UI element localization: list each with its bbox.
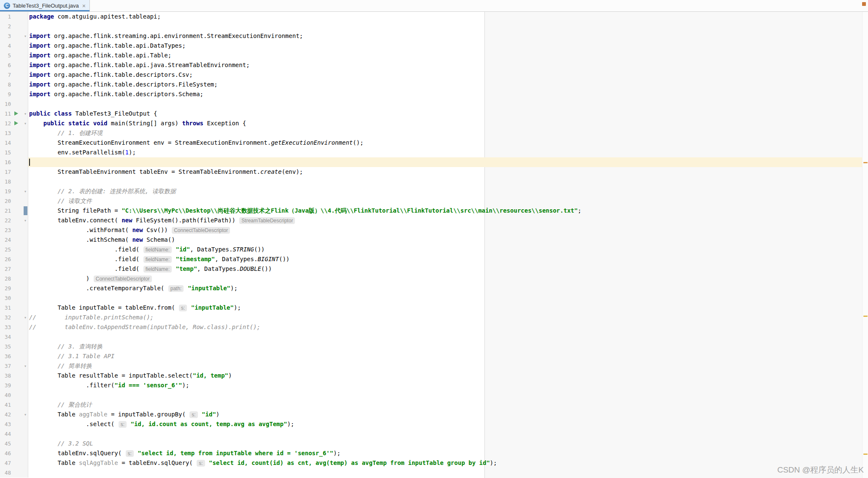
code-text[interactable]: StreamTableEnvironment tableEnv = Stream… (28, 167, 862, 177)
line-number[interactable]: 13 (0, 128, 11, 138)
line-number[interactable]: 46 (0, 448, 11, 458)
code-line[interactable]: 9import org.apache.flink.table.descripto… (0, 89, 862, 99)
line-number[interactable]: 8 (0, 80, 11, 89)
code-line[interactable]: 5import org.apache.flink.table.api.Table… (0, 51, 862, 60)
line-number[interactable]: 47 (0, 458, 11, 468)
gutter[interactable]: 23 (0, 225, 28, 235)
fold-icon[interactable]: ▾ (24, 31, 27, 41)
code-line[interactable]: 38 Table resultTable = inputTable.select… (0, 371, 862, 381)
line-number[interactable]: 10 (0, 99, 11, 109)
code-line[interactable]: 8import org.apache.flink.table.descripto… (0, 80, 862, 89)
code-text[interactable]: import org.apache.flink.table.descriptor… (28, 80, 862, 89)
line-number[interactable]: 26 (0, 254, 11, 264)
code-line[interactable]: 34 (0, 332, 862, 342)
code-text[interactable] (28, 468, 862, 478)
code-text[interactable]: Table aggTable = inputTable.groupBy( s: … (28, 410, 862, 419)
code-text[interactable]: // 3. 查询转换 (28, 342, 862, 351)
gutter[interactable]: 1 (0, 12, 28, 22)
gutter[interactable]: 37▾ (0, 361, 28, 371)
line-number[interactable]: 23 (0, 225, 11, 235)
gutter[interactable]: 11▾ (0, 109, 28, 119)
scrollbar-marker[interactable] (863, 454, 868, 455)
line-number[interactable]: 1 (0, 12, 11, 22)
gutter[interactable]: 35 (0, 342, 28, 351)
gutter[interactable]: 26 (0, 254, 28, 264)
inspection-status-icon[interactable] (862, 2, 866, 6)
code-text[interactable]: tableEnv.connect( new FileSystem().path(… (28, 216, 862, 225)
line-number[interactable]: 16 (0, 157, 11, 167)
gutter[interactable]: 45 (0, 439, 28, 448)
line-number[interactable]: 37 (0, 361, 11, 371)
gutter[interactable]: 6 (0, 60, 28, 70)
code-line[interactable]: 45 // 3.2 SQL (0, 439, 862, 448)
code-line[interactable]: 30 (0, 293, 862, 303)
code-line[interactable]: 32▾// inputTable.printSchema(); (0, 313, 862, 322)
scrollbar-marker[interactable] (863, 316, 868, 317)
gutter[interactable]: 36 (0, 351, 28, 361)
code-line[interactable]: 37▾ // 简单转换 (0, 361, 862, 371)
gutter[interactable]: 46 (0, 448, 28, 458)
code-line[interactable]: 27 .field( fieldName: "temp", DataTypes.… (0, 264, 862, 274)
code-text[interactable]: import org.apache.flink.table.api.Table; (28, 51, 862, 60)
code-text[interactable]: .withFormat( new Csv()) ConnectTableDesc… (28, 225, 862, 235)
gutter[interactable]: 3▾ (0, 31, 28, 41)
code-text[interactable] (28, 22, 862, 31)
code-text[interactable] (28, 390, 862, 400)
run-icon[interactable] (14, 111, 18, 116)
gutter[interactable]: 12▾ (0, 119, 28, 128)
line-number[interactable]: 33 (0, 322, 11, 332)
code-text[interactable] (28, 293, 862, 303)
line-number[interactable]: 34 (0, 332, 11, 342)
gutter[interactable]: 16 (0, 157, 28, 167)
code-text[interactable]: public class TableTest3_FileOutput { (28, 109, 862, 119)
gutter[interactable]: 38 (0, 371, 28, 381)
code-line[interactable]: 13 // 1. 创建环境 (0, 128, 862, 138)
line-number[interactable]: 3 (0, 31, 11, 41)
line-number[interactable]: 32 (0, 313, 11, 322)
gutter[interactable]: 14 (0, 138, 28, 148)
gutter[interactable]: 17 (0, 167, 28, 177)
code-text[interactable]: import org.apache.flink.table.api.java.S… (28, 60, 862, 70)
code-text[interactable]: import org.apache.flink.table.descriptor… (28, 89, 862, 99)
code-text[interactable]: String filePath = "C:\\Users\\MyPc\\Desk… (28, 206, 862, 216)
line-number[interactable]: 14 (0, 138, 11, 148)
code-text[interactable]: // 读取文件 (28, 196, 862, 206)
code-text[interactable] (28, 332, 862, 342)
line-number[interactable]: 19 (0, 186, 11, 196)
code-text[interactable]: // 3.1 Table API (28, 351, 862, 361)
code-text[interactable]: // 2. 表的创建: 连接外部系统, 读取数据 (28, 186, 862, 196)
code-line[interactable]: 11▾public class TableTest3_FileOutput { (0, 109, 862, 119)
code-text[interactable]: ) ConnectTableDescriptor (28, 274, 862, 284)
line-number[interactable]: 7 (0, 70, 11, 80)
line-number[interactable]: 41 (0, 400, 11, 410)
line-number[interactable]: 42 (0, 410, 11, 419)
code-text[interactable]: Table resultTable = inputTable.select("i… (28, 371, 862, 381)
gutter[interactable]: 34 (0, 332, 28, 342)
gutter[interactable]: 43 (0, 419, 28, 429)
gutter[interactable]: 33 (0, 322, 28, 332)
line-number[interactable]: 15 (0, 148, 11, 157)
code-line[interactable]: 7import org.apache.flink.table.descripto… (0, 70, 862, 80)
gutter[interactable]: 25 (0, 245, 28, 254)
code-text[interactable] (28, 99, 862, 109)
gutter[interactable]: 47 (0, 458, 28, 468)
code-text[interactable]: package com.atguigu.apitest.tableapi; (28, 12, 862, 22)
line-number[interactable]: 35 (0, 342, 11, 351)
fold-icon[interactable]: ▾ (24, 109, 27, 119)
gutter[interactable]: 39 (0, 381, 28, 390)
code-text[interactable] (28, 429, 862, 439)
line-number[interactable]: 36 (0, 351, 11, 361)
code-line[interactable]: 3▾import org.apache.flink.streaming.api.… (0, 31, 862, 41)
code-line[interactable]: 17 StreamTableEnvironment tableEnv = Str… (0, 167, 862, 177)
gutter[interactable]: 29 (0, 284, 28, 293)
code-line[interactable]: 14 StreamExecutionEnvironment env = Stre… (0, 138, 862, 148)
line-number[interactable]: 22 (0, 216, 11, 225)
code-line[interactable]: 31 Table inputTable = tableEnv.from( s: … (0, 303, 862, 313)
code-text[interactable]: .withSchema( new Schema() (28, 235, 862, 245)
code-text[interactable]: // 3.2 SQL (28, 439, 862, 448)
code-text[interactable]: Table sqlAggTable = tableEnv.sqlQuery( s… (28, 458, 862, 468)
code-line[interactable]: 4import org.apache.flink.table.api.DataT… (0, 41, 862, 51)
fold-icon[interactable]: ▾ (24, 410, 27, 419)
gutter[interactable]: 44 (0, 429, 28, 439)
line-number[interactable]: 24 (0, 235, 11, 245)
